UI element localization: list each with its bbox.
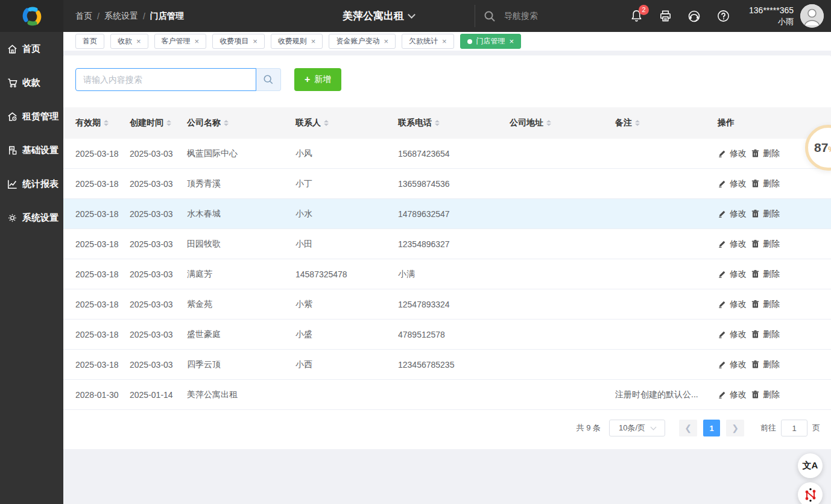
graph-widget-button[interactable] xyxy=(798,482,823,504)
cart-icon xyxy=(7,77,18,89)
tab-客户管理[interactable]: 客户管理× xyxy=(154,34,207,49)
edit-button[interactable]: 修改 xyxy=(718,148,747,159)
add-store-button[interactable]: + 新增 xyxy=(294,68,341,91)
toolbar: + 新增 xyxy=(75,68,341,91)
user-avatar[interactable] xyxy=(800,4,824,28)
page-size-select[interactable]: 10条/页 xyxy=(609,420,665,436)
column-label: 备注 xyxy=(615,118,632,128)
goto-page-input[interactable] xyxy=(781,420,807,436)
sidebar-item-系统设置[interactable]: 系统设置 xyxy=(0,201,63,235)
notification-badge: 2 xyxy=(639,5,649,15)
page-number-button[interactable]: 1 xyxy=(703,420,720,436)
customer-service-button[interactable] xyxy=(686,8,702,24)
question-circle-icon xyxy=(716,9,730,23)
tab-label: 首页 xyxy=(83,36,97,46)
company-switcher[interactable]: 美萍公寓出租 xyxy=(343,0,414,32)
table-cell: 2025-03-03 xyxy=(130,360,187,370)
edit-button[interactable]: 修改 xyxy=(718,269,747,280)
delete-button[interactable]: 删除 xyxy=(751,329,780,340)
tab-close-icon[interactable]: × xyxy=(253,37,258,46)
pagination-total: 共 9 条 xyxy=(577,423,601,433)
top-bar: 首页/系统设置/门店管理 美萍公寓出租 导航搜索 2 xyxy=(0,0,831,32)
table-cell: 小丁 xyxy=(295,178,398,189)
column-header-联系电话[interactable]: 联系电话 xyxy=(398,118,510,128)
sidebar-item-收款[interactable]: 收款 xyxy=(0,66,63,99)
prev-page-button[interactable]: ❮ xyxy=(679,420,697,436)
sidebar-item-租赁管理[interactable]: 租赁管理 xyxy=(0,99,63,133)
delete-button[interactable]: 删除 xyxy=(751,389,780,400)
search-button[interactable] xyxy=(256,68,281,91)
tab-close-icon[interactable]: × xyxy=(384,37,388,46)
column-header-公司地址[interactable]: 公司地址 xyxy=(510,118,615,128)
table-cell: 2025-03-03 xyxy=(130,269,187,279)
row-actions: 修改删除 xyxy=(718,299,819,310)
tab-收款[interactable]: 收款× xyxy=(110,34,148,49)
sidebar-item-首页[interactable]: 首页 xyxy=(0,32,63,66)
tab-close-icon[interactable]: × xyxy=(510,37,514,46)
next-page-button[interactable]: ❯ xyxy=(726,420,744,436)
edit-button[interactable]: 修改 xyxy=(718,239,747,250)
headset-icon xyxy=(687,9,701,24)
tab-收费规则[interactable]: 收费规则× xyxy=(271,34,323,49)
delete-button[interactable]: 删除 xyxy=(751,178,780,189)
help-button[interactable] xyxy=(715,8,731,24)
sidebar-item-基础设置[interactable]: 基础设置 xyxy=(0,133,63,167)
edit-button[interactable]: 修改 xyxy=(718,209,747,219)
column-header-有效期[interactable]: 有效期 xyxy=(75,118,130,128)
edit-button[interactable]: 修改 xyxy=(718,178,747,189)
tab-close-icon[interactable]: × xyxy=(195,37,200,46)
delete-button[interactable]: 删除 xyxy=(751,209,780,219)
user-phone: 136*****365 xyxy=(749,5,794,16)
store-table: 有效期创建时间公司名称联系人联系电话公司地址备注操作 2025-03-18202… xyxy=(63,107,831,410)
delete-button[interactable]: 删除 xyxy=(751,269,780,280)
table-cell: 小风 xyxy=(295,148,398,159)
table-cell: 2025-03-03 xyxy=(130,179,187,189)
table-cell: 2025-03-18 xyxy=(75,300,130,309)
column-header-备注[interactable]: 备注 xyxy=(615,118,718,128)
edit-label: 修改 xyxy=(730,148,747,159)
delete-button[interactable]: 删除 xyxy=(751,359,780,370)
tab-close-icon[interactable]: × xyxy=(442,37,447,46)
printer-icon xyxy=(659,9,672,23)
breadcrumb-item[interactable]: 系统设置 xyxy=(104,11,138,22)
breadcrumb-item[interactable]: 门店管理 xyxy=(150,11,184,22)
breadcrumb-item[interactable]: 首页 xyxy=(75,11,92,22)
sidebar-item-label: 统计报表 xyxy=(22,178,58,190)
table-body: 2025-03-182025-03-03枫蓝国际中心小风15687423654修… xyxy=(63,139,831,410)
search-input[interactable] xyxy=(75,68,256,91)
print-button[interactable] xyxy=(657,8,673,24)
notification-bell-button[interactable]: 2 xyxy=(628,8,644,24)
tab-close-icon[interactable]: × xyxy=(136,37,141,46)
tab-收费项目[interactable]: 收费项目× xyxy=(212,34,265,49)
tab-label: 欠款统计 xyxy=(409,36,438,46)
edit-button[interactable]: 修改 xyxy=(718,299,747,310)
translate-button[interactable]: 文A xyxy=(798,453,823,478)
edit-button[interactable]: 修改 xyxy=(718,329,747,340)
column-header-联系人[interactable]: 联系人 xyxy=(295,118,398,128)
app-logo[interactable] xyxy=(0,0,63,32)
column-header-创建时间[interactable]: 创建时间 xyxy=(130,118,187,128)
tab-资金账户变动[interactable]: 资金账户变动× xyxy=(329,34,396,49)
edit-label: 修改 xyxy=(730,329,747,340)
tab-首页[interactable]: 首页 xyxy=(75,34,104,49)
edit-button[interactable]: 修改 xyxy=(718,359,747,370)
home-icon xyxy=(7,43,18,55)
table-cell: 小西 xyxy=(295,359,398,370)
column-label: 有效期 xyxy=(75,118,101,128)
nav-search[interactable]: 导航搜索 xyxy=(484,0,538,32)
tab-门店管理[interactable]: 门店管理× xyxy=(460,34,522,49)
table-cell: 4789512578 xyxy=(398,330,510,339)
tab-label: 收费项目 xyxy=(220,36,248,46)
tab-欠款统计[interactable]: 欠款统计× xyxy=(402,34,454,49)
table-cell: 2025-03-03 xyxy=(130,330,187,339)
column-header-公司名称[interactable]: 公司名称 xyxy=(187,118,295,128)
delete-button[interactable]: 删除 xyxy=(751,148,780,159)
tab-close-icon[interactable]: × xyxy=(311,37,316,46)
topbar-icon-group: 2 xyxy=(628,0,731,32)
edit-button[interactable]: 修改 xyxy=(718,389,747,400)
sidebar-item-统计报表[interactable]: 统计报表 xyxy=(0,167,63,201)
sort-carets-icon xyxy=(224,120,229,126)
delete-button[interactable]: 删除 xyxy=(751,299,780,310)
table-cell: 2025-01-14 xyxy=(130,390,187,400)
delete-button[interactable]: 删除 xyxy=(751,239,780,250)
